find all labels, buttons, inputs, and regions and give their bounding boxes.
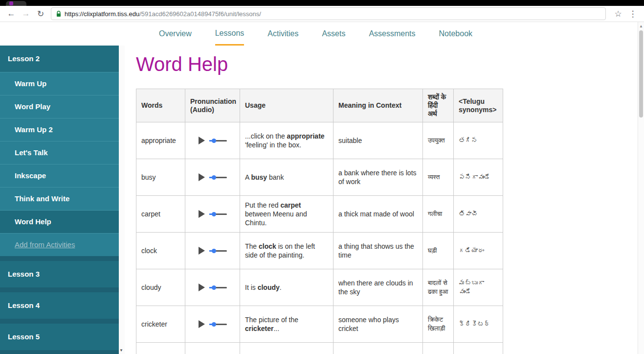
table-header-row: Words Pronunciation (Audio) Usage Meanin…	[136, 89, 503, 122]
audio-progress-slider[interactable]	[209, 287, 227, 288]
usage-text: .	[280, 283, 282, 291]
table-row: clock The clock is on the left side of t…	[136, 233, 503, 269]
usage-bold-word: clock	[259, 242, 276, 250]
tab-activities[interactable]: Activities	[267, 22, 298, 46]
forward-button[interactable]: →	[20, 7, 32, 20]
table-row: appropriate ...click on the appropriate …	[136, 122, 503, 159]
tab-assessments[interactable]: Assessments	[369, 22, 415, 46]
usage-cell: A busy bank	[240, 159, 333, 196]
hindi-cell: उपयुक्त	[423, 122, 454, 159]
page-scrollbar[interactable]: ▲	[638, 22, 644, 354]
word-cell: appropriate	[136, 122, 185, 159]
url-path: /591acd6269602a01489475f6/unit/lessons/	[139, 10, 261, 18]
sidebar-item-add-from-activities[interactable]: Add from Activities	[0, 233, 119, 256]
usage-bold-word: carpet	[280, 201, 301, 209]
hindi-cell: गलीचा	[423, 196, 454, 233]
hindi-cell: व्यस्त	[423, 159, 454, 196]
sidebar-scroll-down-icon[interactable]: ▼	[119, 348, 123, 353]
table-row: busy A busy bank a bank where there is l…	[136, 159, 503, 196]
col-header-telugu: <Telugu synonyms>	[454, 89, 503, 122]
word-cell: carpet	[136, 196, 185, 233]
sidebar-item-think-and-write[interactable]: Think and Write	[0, 187, 119, 210]
word-cell: busy	[136, 159, 185, 196]
sidebar-item-warm-up[interactable]: Warm Up	[0, 72, 119, 95]
audio-play-button[interactable]	[199, 247, 205, 255]
sidebar-item-word-help[interactable]: Word Help	[0, 210, 119, 233]
url-bar[interactable]: https://clixplatform.tiss.edu/591acd6269…	[51, 7, 606, 20]
pronunciation-cell	[185, 269, 240, 306]
sidebar-item-lesson-5[interactable]: Lesson 5	[0, 324, 119, 350]
slider-thumb[interactable]	[212, 139, 216, 143]
usage-cell: It is cloudy.	[240, 269, 333, 306]
audio-progress-slider[interactable]	[209, 213, 227, 215]
tab-lessons[interactable]: Lessons	[215, 22, 244, 46]
https-lock-icon[interactable]	[56, 11, 61, 17]
page-title: Word Help	[136, 53, 644, 75]
sidebar-item-inkscape[interactable]: Inkscape	[0, 164, 119, 187]
slider-thumb[interactable]	[212, 175, 216, 180]
col-header-words: Words	[136, 89, 185, 122]
sidebar-item-lesson-3[interactable]: Lesson 3	[0, 261, 119, 287]
reload-button[interactable]: ↻	[34, 7, 47, 20]
usage-text: ...click on the	[245, 132, 287, 140]
telugu-cell: గడియారం	[454, 233, 503, 269]
telugu-cell: తగిన	[454, 122, 503, 159]
usage-cell: ...click on the appropriate 'feeling' in…	[240, 122, 333, 159]
slider-thumb[interactable]	[212, 322, 216, 327]
bookmark-star-icon[interactable]: ☆	[612, 7, 624, 20]
usage-text: It is	[245, 283, 258, 291]
tab-overview[interactable]: Overview	[159, 22, 192, 46]
tab-assets[interactable]: Assets	[322, 22, 345, 46]
audio-progress-slider[interactable]	[209, 177, 227, 178]
col-header-hindi: शब्दों के हिंदी अर्थ	[423, 89, 454, 122]
pronunciation-cell	[185, 159, 240, 196]
word-cell: cloudy	[136, 269, 185, 306]
browser-tab[interactable]	[6, 1, 26, 6]
slider-thumb[interactable]	[212, 249, 216, 253]
slider-thumb[interactable]	[212, 212, 216, 216]
sidebar-item-warm-up-2[interactable]: Warm Up 2	[0, 118, 119, 141]
usage-bold-word: cricketer	[245, 325, 273, 332]
usage-cell: The clock is on the left side of the pai…	[240, 233, 333, 269]
sidebar-scrollbar[interactable]: ▼	[119, 46, 125, 354]
pronunciation-cell	[185, 233, 240, 269]
audio-play-button[interactable]	[199, 137, 205, 144]
usage-cell	[240, 343, 333, 354]
usage-text: Put the red	[245, 201, 280, 209]
audio-progress-slider[interactable]	[209, 250, 227, 252]
audio-play-button[interactable]	[199, 173, 205, 181]
meaning-cell: someone who plays cricket	[333, 306, 423, 343]
meaning-cell: a bank where there is lots of work	[333, 159, 423, 196]
usage-text: ...	[273, 325, 279, 332]
word-cell	[136, 343, 185, 354]
sidebar-item-lesson-4[interactable]: Lesson 4	[0, 292, 119, 319]
browser-menu-icon[interactable]: ⋮	[626, 7, 639, 20]
sidebar-item-word-play[interactable]: Word Play	[0, 95, 119, 118]
sidebar-item-lets-talk[interactable]: Let's Talk	[0, 141, 119, 164]
pronunciation-cell	[185, 196, 240, 233]
hindi-cell: बादलों से ढका हुआ	[423, 269, 454, 306]
usage-text: A	[245, 173, 251, 181]
pronunciation-cell	[185, 343, 240, 354]
url-host: https://clixplatform.tiss.edu	[65, 10, 139, 18]
telugu-cell: మబ్బుగా వుండే	[454, 269, 503, 306]
back-button[interactable]: ←	[5, 7, 18, 20]
audio-progress-slider[interactable]	[209, 324, 227, 325]
url-text: https://clixplatform.tiss.edu/591acd6269…	[65, 10, 261, 18]
audio-play-button[interactable]	[199, 210, 205, 218]
browser-toolbar: ← → ↻ https://clixplatform.tiss.edu/591a…	[0, 6, 644, 22]
audio-play-button[interactable]	[199, 283, 205, 291]
scroll-up-icon[interactable]: ▲	[639, 24, 643, 28]
sidebar-item-lesson-2[interactable]: Lesson 2	[0, 46, 119, 72]
usage-bold-word: appropriate	[287, 132, 325, 140]
meaning-cell: when there are clouds in the sky	[333, 269, 423, 306]
tab-notebook[interactable]: Notebook	[439, 22, 473, 46]
telugu-cell	[454, 343, 503, 354]
audio-play-button[interactable]	[199, 320, 205, 328]
slider-thumb[interactable]	[212, 285, 216, 290]
usage-text: bank	[267, 173, 284, 181]
audio-progress-slider[interactable]	[209, 140, 227, 142]
scrollbar-thumb[interactable]	[639, 30, 643, 118]
word-cell: clock	[136, 233, 185, 269]
meaning-cell: a cap for throwing	[333, 343, 423, 354]
